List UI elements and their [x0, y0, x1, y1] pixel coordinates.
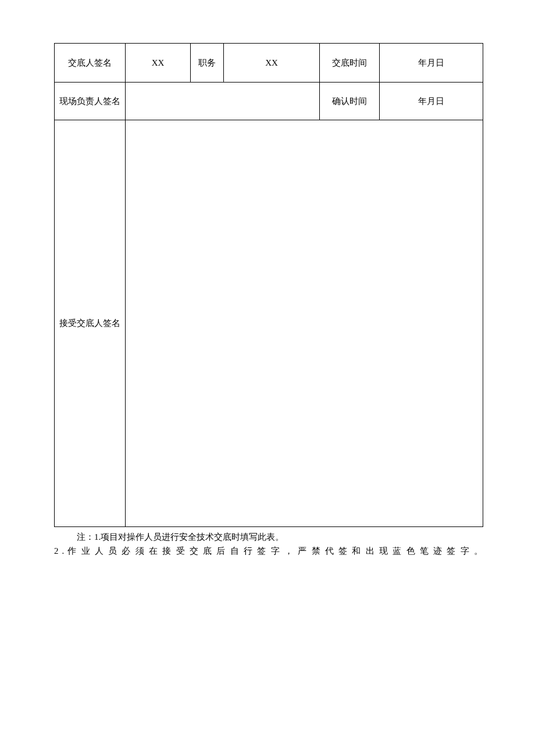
table-row: 接受交底人签名: [55, 120, 483, 527]
cell-position-label: 职务: [191, 44, 224, 83]
cell-briefer-sign-value: XX: [126, 44, 191, 83]
signature-table: 交底人签名 XX 职务 XX 交底时间 年月日 现场负责人签名 确认时间 年月日…: [54, 43, 483, 527]
note-line-1: 注：1.项目对操作人员进行安全技术交底时填写此表。: [54, 530, 483, 544]
notes-container: 注：1.项目对操作人员进行安全技术交底时填写此表。 2 . 作 业 人 员 必 …: [54, 530, 483, 558]
cell-position-value: XX: [224, 44, 320, 83]
cell-receiver-sign-area: [126, 120, 483, 527]
cell-site-lead-sign-value: [126, 83, 320, 120]
cell-receiver-sign-label: 接受交底人签名: [55, 120, 126, 527]
signature-table-container: 交底人签名 XX 职务 XX 交底时间 年月日 现场负责人签名 确认时间 年月日…: [54, 43, 483, 527]
note-line-2: 2 . 作 业 人 员 必 须 在 接 受 交 底 后 自 行 签 字 ， 严 …: [54, 544, 483, 558]
cell-confirm-time-value: 年月日: [380, 83, 483, 120]
cell-briefer-sign-label: 交底人签名: [55, 44, 126, 83]
table-row: 现场负责人签名 确认时间 年月日: [55, 83, 483, 120]
cell-brief-time-value: 年月日: [380, 44, 483, 83]
cell-confirm-time-label: 确认时间: [320, 83, 380, 120]
cell-brief-time-label: 交底时间: [320, 44, 380, 83]
cell-site-lead-sign-label: 现场负责人签名: [55, 83, 126, 120]
table-row: 交底人签名 XX 职务 XX 交底时间 年月日: [55, 44, 483, 83]
